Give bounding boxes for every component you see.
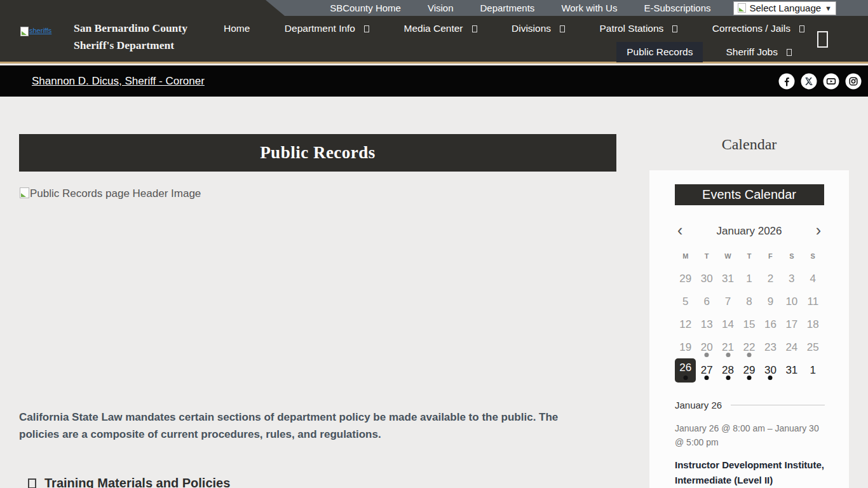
- calendar-day-6[interactable]: 6: [696, 290, 717, 313]
- weekday-label-3: T: [738, 252, 759, 260]
- calendar-day-21[interactable]: 21: [717, 336, 738, 359]
- site-header: SBCounty HomeVisionDepartmentsWork with …: [0, 0, 868, 64]
- nav-item-department-info[interactable]: Department Info: [282, 18, 372, 39]
- calendar-day-28[interactable]: 28: [717, 359, 738, 382]
- calendar-day-26-selected[interactable]: 26: [675, 358, 696, 383]
- calendar-day-1[interactable]: 1: [803, 359, 824, 382]
- calendar-day-15[interactable]: 15: [738, 313, 759, 336]
- event-title[interactable]: Instructor Development Institute, Interm…: [675, 458, 825, 488]
- calendar-day-23[interactable]: 23: [760, 336, 781, 359]
- calendar-day-13[interactable]: 13: [696, 313, 717, 336]
- day-number: 10: [785, 295, 797, 308]
- dropdown-caret-icon: [364, 25, 369, 32]
- calendar-day-24[interactable]: 24: [781, 336, 802, 359]
- day-number: 23: [764, 341, 776, 354]
- dropdown-caret-icon: [472, 25, 477, 32]
- page-title-bar: Public Records: [19, 134, 616, 172]
- day-number: 29: [679, 273, 691, 285]
- day-number: 30: [764, 364, 776, 377]
- nav-item-label: Divisions: [512, 23, 551, 34]
- calendar-day-20[interactable]: 20: [696, 336, 717, 359]
- chevron-down-icon: ▼: [825, 4, 832, 12]
- header-image-broken: Public Records page Header Image: [20, 187, 201, 200]
- facebook-icon[interactable]: [778, 73, 795, 90]
- utility-link-departments[interactable]: Departments: [467, 3, 548, 13]
- calendar-day-16[interactable]: 16: [760, 313, 781, 336]
- calendar-day-29[interactable]: 29: [675, 268, 696, 290]
- weekday-label-6: S: [803, 252, 824, 260]
- sheriff-coroner-link[interactable]: Shannon D. Dicus, Sheriff - Coroner: [32, 75, 205, 88]
- calendar-day-3[interactable]: 3: [781, 268, 802, 290]
- nav-item-corrections-jails[interactable]: Corrections / Jails: [710, 18, 807, 39]
- calendar-day-14[interactable]: 14: [717, 313, 738, 336]
- utility-bar: SBCounty HomeVisionDepartmentsWork with …: [252, 0, 868, 16]
- calendar-day-18[interactable]: 18: [803, 313, 824, 336]
- calendar-day-27[interactable]: 27: [696, 359, 717, 382]
- calendar-day-7[interactable]: 7: [717, 290, 738, 313]
- nav-item-divisions[interactable]: Divisions: [509, 18, 567, 39]
- x-twitter-icon[interactable]: [801, 73, 817, 90]
- calendar-day-11[interactable]: 11: [803, 290, 824, 313]
- next-month-button[interactable]: ›: [816, 222, 821, 238]
- day-number: 17: [785, 318, 797, 331]
- weekday-label-0: M: [675, 252, 696, 260]
- content-area: Public Records Public Records page Heade…: [0, 97, 868, 488]
- calendar-day-25[interactable]: 25: [803, 336, 824, 359]
- broken-image-icon: [738, 3, 746, 13]
- calendar-day-4[interactable]: 4: [803, 268, 824, 290]
- calendar-day-30[interactable]: 30: [696, 268, 717, 290]
- calendar-day-31[interactable]: 31: [717, 268, 738, 290]
- day-number: 3: [789, 273, 794, 285]
- dropdown-caret-icon: [672, 25, 677, 32]
- calendar-day-29[interactable]: 29: [738, 359, 759, 382]
- youtube-icon[interactable]: [823, 73, 839, 90]
- site-title-line2: Sheriff's Department: [74, 37, 187, 54]
- language-selector[interactable]: Select Language ▼: [733, 1, 837, 15]
- calendar-day-30[interactable]: 30: [760, 359, 781, 382]
- day-number: 20: [701, 341, 713, 354]
- logo-alt-text: sheriffs: [29, 27, 51, 34]
- calendar-day-9[interactable]: 9: [760, 290, 781, 313]
- utility-link-sbcounty-home[interactable]: SBCounty Home: [316, 3, 414, 13]
- calendar-day-22[interactable]: 22: [738, 336, 759, 359]
- day-number: 11: [807, 295, 818, 308]
- utility-link-e-subscriptions[interactable]: E-Subscriptions: [630, 3, 724, 13]
- selected-day-heading: January 26: [675, 400, 825, 410]
- calendar-day-grid: 2930311234567891011121314151617181920212…: [675, 268, 824, 382]
- calendar-month-nav: ‹ January 2026 ›: [649, 223, 849, 240]
- utility-link-vision[interactable]: Vision: [414, 3, 467, 13]
- calendar-day-12[interactable]: 12: [675, 313, 696, 336]
- nav-item-media-center[interactable]: Media Center: [401, 18, 479, 39]
- calendar-day-10[interactable]: 10: [781, 290, 802, 313]
- day-number: 6: [703, 295, 709, 308]
- calendar-day-8[interactable]: 8: [738, 290, 759, 313]
- utility-links: SBCounty HomeVisionDepartmentsWork with …: [316, 3, 724, 13]
- day-number: 4: [810, 273, 816, 285]
- nav-item-sheriff-jobs[interactable]: Sheriff Jobs: [723, 42, 794, 62]
- events-list-section: January 26 January 26 @ 8:00 am – Januar…: [675, 400, 825, 488]
- calendar-day-17[interactable]: 17: [781, 313, 802, 336]
- event-datetime: January 26 @ 8:00 am – January 30 @ 5:00…: [675, 421, 825, 449]
- calendar-day-1[interactable]: 1: [738, 268, 759, 290]
- sheriff-logo-broken-image[interactable]: sheriffs: [20, 27, 71, 36]
- event-dot: [705, 353, 709, 357]
- nav-item-public-records[interactable]: Public Records: [616, 42, 703, 62]
- utility-link-work-with-us[interactable]: Work with Us: [548, 3, 630, 13]
- day-number: 14: [722, 318, 734, 331]
- day-number: 21: [722, 341, 734, 354]
- calendar-day-31[interactable]: 31: [781, 359, 802, 382]
- day-number: 24: [785, 341, 797, 354]
- calendar-day-2[interactable]: 2: [760, 268, 781, 290]
- calendar-day-19[interactable]: 19: [675, 336, 696, 359]
- instagram-icon[interactable]: [845, 73, 862, 90]
- site-title: San Bernardino County Sheriff's Departme…: [74, 20, 187, 54]
- nav-item-label: Corrections / Jails: [712, 23, 790, 34]
- previous-month-button[interactable]: ‹: [677, 222, 682, 238]
- day-number: 22: [743, 341, 756, 354]
- nav-item-home[interactable]: Home: [221, 18, 252, 39]
- calendar-day-5[interactable]: 5: [675, 290, 696, 313]
- search-icon[interactable]: [817, 31, 828, 48]
- day-number: 12: [679, 318, 691, 331]
- events-calendar-title: Events Calendar: [702, 187, 796, 202]
- nav-item-patrol-stations[interactable]: Patrol Stations: [597, 18, 681, 39]
